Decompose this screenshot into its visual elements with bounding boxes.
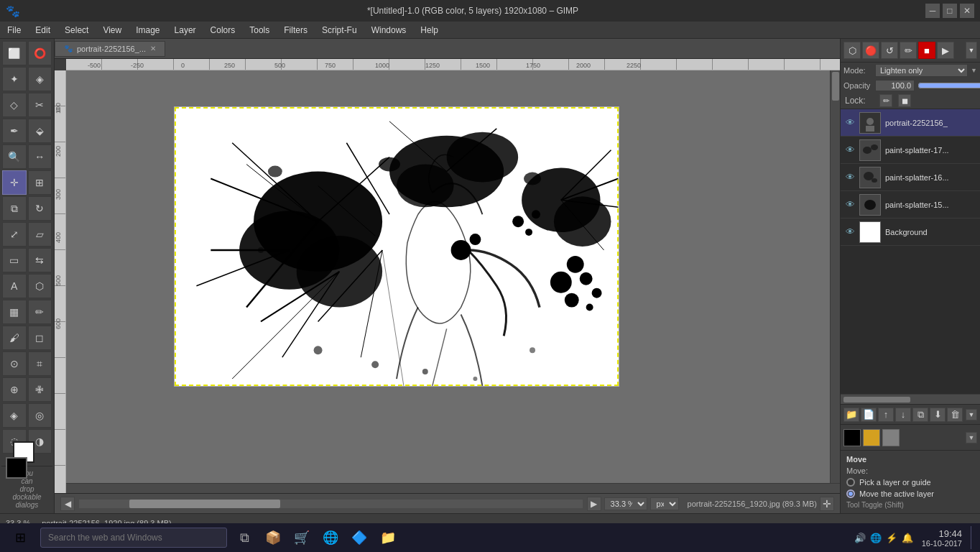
tool-crop[interactable]: ⧉ — [2, 196, 27, 221]
menu-help[interactable]: Help — [413, 22, 445, 38]
lower-layer-button[interactable]: ↓ — [895, 408, 911, 422]
raise-layer-button[interactable]: ↑ — [878, 408, 894, 422]
close-button[interactable]: ✕ — [960, 4, 974, 18]
new-layer-group-button[interactable]: 📁 — [843, 408, 859, 422]
layer-item-4[interactable]: 👁 Background — [841, 218, 980, 246]
tool-clone[interactable]: ⊕ — [2, 377, 27, 402]
tool-perspective[interactable]: ▭ — [2, 248, 27, 272]
layer-item-3[interactable]: 👁 paint-splatter-15... — [841, 191, 980, 218]
taskbar-dropbox[interactable]: 📦 — [262, 526, 285, 549]
tool-ellipse-select[interactable]: ⭕ — [28, 41, 52, 65]
panel-expand-button[interactable]: ▼ — [966, 42, 977, 59]
layer-visibility-0[interactable]: 👁 — [843, 116, 856, 129]
taskbar-taskview[interactable]: ⧉ — [233, 526, 256, 549]
lock-pixels-button[interactable]: ✏ — [879, 94, 892, 107]
start-button[interactable]: ⊞ — [6, 526, 34, 549]
layers-expand-button[interactable]: ▼ — [966, 409, 977, 420]
swatch-gray[interactable] — [882, 429, 900, 446]
move-active-radio[interactable] — [846, 489, 855, 498]
tool-free-select[interactable]: ✦ — [2, 67, 27, 91]
tool-scissors-select[interactable]: ✂ — [28, 93, 52, 117]
pick-layer-radio[interactable] — [846, 478, 855, 487]
tab-close-button[interactable]: ✕ — [150, 45, 156, 52]
foreground-color[interactable] — [6, 457, 27, 479]
nav-extra-button[interactable]: ✛ — [820, 497, 834, 511]
opacity-input[interactable]: 100.0 — [875, 80, 915, 91]
menu-select[interactable]: Select — [57, 22, 96, 38]
layer-visibility-4[interactable]: 👁 — [843, 226, 856, 239]
vertical-scrollbar[interactable] — [830, 70, 840, 483]
swatch-gold[interactable] — [863, 429, 880, 446]
menu-scriptfu[interactable]: Script-Fu — [315, 22, 364, 38]
opacity-slider[interactable] — [917, 80, 980, 91]
panel-icon-3[interactable]: ↺ — [881, 42, 898, 59]
scroll-left-button[interactable]: ◀ — [60, 497, 75, 511]
menu-filters[interactable]: Filters — [277, 22, 315, 38]
merge-layer-button[interactable]: ⬇ — [930, 408, 946, 422]
show-desktop-button[interactable] — [971, 526, 974, 549]
panel-icon-6[interactable]: ▶ — [937, 42, 954, 59]
panel-icon-2[interactable]: 🔴 — [862, 42, 879, 59]
tool-measure[interactable]: ↔ — [28, 144, 52, 169]
unit-selector[interactable]: px mm — [650, 497, 679, 510]
menu-tools[interactable]: Tools — [242, 22, 277, 38]
tool-paths[interactable]: ✒ — [2, 119, 27, 143]
layer-item-1[interactable]: 👁 paint-splatter-17... — [841, 137, 980, 164]
menu-layer[interactable]: Layer — [167, 22, 203, 38]
canvas-viewport[interactable] — [66, 70, 840, 493]
scroll-right-button[interactable]: ▶ — [587, 497, 601, 511]
tool-rotate[interactable]: ↻ — [28, 196, 52, 221]
tool-paintbrush[interactable]: 🖌 — [2, 326, 27, 350]
minimize-button[interactable]: ─ — [925, 4, 940, 18]
panel-icon-1[interactable]: ⬡ — [843, 42, 861, 59]
tool-ink[interactable]: ⌗ — [28, 351, 52, 376]
horizontal-scrollbar[interactable] — [66, 483, 840, 493]
taskbar-app1[interactable]: 🔷 — [348, 526, 371, 549]
duplicate-layer-button[interactable]: ⧉ — [912, 408, 928, 422]
taskbar-filemanager[interactable]: 📁 — [376, 526, 399, 549]
layer-visibility-1[interactable]: 👁 — [843, 144, 856, 157]
taskbar-browser[interactable]: 🌐 — [319, 526, 342, 549]
swatch-expand-button[interactable]: ▼ — [966, 432, 977, 443]
tool-pencil[interactable]: ✏ — [28, 300, 52, 324]
tool-color-picker[interactable]: ⬙ — [28, 119, 52, 143]
tool-airbrush[interactable]: ⊙ — [2, 351, 27, 376]
menu-edit[interactable]: Edit — [28, 22, 57, 38]
layer-item-0[interactable]: 👁 portrait-2252156_ — [841, 109, 980, 137]
menu-colors[interactable]: Colors — [203, 22, 243, 38]
pick-layer-row[interactable]: Pick a layer or guide — [846, 478, 974, 487]
lock-alpha-button[interactable]: ◼ — [898, 94, 911, 107]
tool-move[interactable]: ✛ — [2, 170, 27, 195]
tool-blur-sharpen[interactable]: ◎ — [28, 403, 52, 428]
maximize-button[interactable]: □ — [943, 4, 957, 18]
zoom-selector[interactable]: 33.3 % 50 % 100 % — [604, 497, 647, 510]
tool-zoom[interactable]: 🔍 — [2, 144, 27, 169]
taskbar-search-input[interactable] — [40, 528, 227, 548]
taskbar-store[interactable]: 🛒 — [290, 526, 313, 549]
canvas-tab[interactable]: 🐾 portrait-2252156_... ✕ — [55, 41, 165, 57]
tool-heal[interactable]: ✙ — [28, 377, 52, 402]
tool-rectangle-select[interactable]: ⬜ — [2, 41, 27, 65]
tool-select-by-color[interactable]: ◇ — [2, 93, 27, 117]
tool-eraser[interactable]: ◻ — [28, 326, 52, 350]
tool-shear[interactable]: ▱ — [28, 222, 52, 247]
menu-view[interactable]: View — [96, 22, 129, 38]
menu-file[interactable]: File — [0, 22, 28, 38]
tool-flip[interactable]: ⇆ — [28, 248, 52, 272]
layer-visibility-2[interactable]: 👁 — [843, 171, 856, 184]
move-active-row[interactable]: Move the active layer — [846, 489, 974, 498]
tool-scale[interactable]: ⤢ — [2, 222, 27, 247]
delete-layer-button[interactable]: 🗑 — [947, 408, 963, 422]
menu-windows[interactable]: Windows — [364, 22, 414, 38]
layer-item-2[interactable]: 👁 paint-splatter-16... — [841, 164, 980, 191]
panel-icon-4[interactable]: ✏ — [900, 42, 917, 59]
tool-align[interactable]: ⊞ — [28, 170, 52, 195]
tool-blend[interactable]: ▦ — [2, 300, 27, 324]
tool-bucket-fill[interactable]: ⬡ — [28, 274, 52, 298]
menu-image[interactable]: Image — [129, 22, 167, 38]
layer-visibility-3[interactable]: 👁 — [843, 198, 856, 211]
swatch-black[interactable] — [843, 429, 861, 446]
panel-icon-5[interactable]: ■ — [918, 42, 935, 59]
tool-perspective-clone[interactable]: ◈ — [2, 403, 27, 428]
tool-text[interactable]: A — [2, 274, 27, 298]
